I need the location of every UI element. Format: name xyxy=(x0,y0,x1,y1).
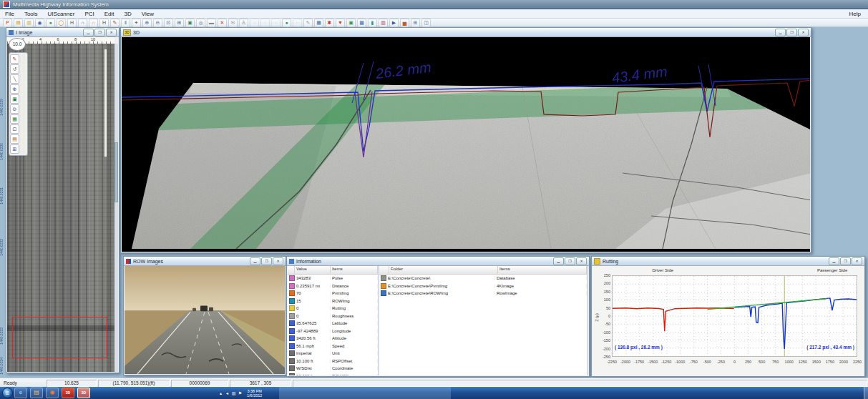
row-window-titlebar[interactable]: ROW Images ▁ ❐ ✕ xyxy=(124,257,286,266)
close-button[interactable]: ✕ xyxy=(798,29,809,36)
table-row[interactable]: 35.647625Latitude xyxy=(288,320,378,327)
table-row[interactable]: 3420.56 ftAltitude xyxy=(288,335,378,343)
scrollbar-thumb[interactable] xyxy=(114,142,118,203)
restore-button[interactable]: ❐ xyxy=(565,257,575,265)
window-tile-icon[interactable]: ⊞ xyxy=(411,19,420,27)
zoom-fit-icon[interactable]: ⊞ xyxy=(10,144,19,154)
app-titlebar[interactable]: Multimedia Highway Information System xyxy=(0,0,868,9)
table-row[interactable]: 10.100 ftRSPOffset xyxy=(288,358,378,365)
info-folders-table[interactable]: FolderItemsE:\Concrete\Concrete\Database… xyxy=(379,266,588,375)
menu-view[interactable]: View xyxy=(137,11,159,17)
close-button[interactable]: ✕ xyxy=(576,257,587,265)
rutting-plot[interactable]: ( 130.8 pxl , 26.2 mm ) ( 217.2 pxl , 43… xyxy=(612,275,857,357)
mail-icon[interactable]: ✉ xyxy=(228,19,238,27)
zoom-out-icon[interactable]: ⊖ xyxy=(153,19,162,27)
zoom-fit-icon[interactable]: ⊞ xyxy=(175,19,184,27)
table-row[interactable]: E:\Concrete\Concrete\ROWImgRowImage xyxy=(379,290,587,297)
minimize-button[interactable]: ▁ xyxy=(553,257,564,265)
tray-alert-icon[interactable]: ⚑ xyxy=(238,390,243,395)
show-desktop-button[interactable] xyxy=(864,387,868,399)
h-marker-icon[interactable]: H xyxy=(67,19,77,27)
close-button[interactable]: ✕ xyxy=(106,29,117,36)
disabled-tool-icon-2[interactable]: ▫ xyxy=(260,19,270,27)
image-view-icon[interactable]: ▣ xyxy=(185,19,195,27)
rutting-window-titlebar[interactable]: Rutting ▁ ❐ ✕ xyxy=(592,257,864,266)
rgb-columns-icon[interactable]: ▥ xyxy=(379,19,388,27)
table-row[interactable]: W/SDistCoordinate xyxy=(288,365,378,373)
table-row[interactable]: 0Rutting xyxy=(288,305,378,312)
arch-blue-icon[interactable]: ∩ xyxy=(78,19,87,27)
table-row[interactable]: ImperialUnit xyxy=(288,350,378,358)
image-select-icon[interactable]: ▣ xyxy=(10,94,19,104)
table-row[interactable]: 56.1 mphSpeed xyxy=(288,343,378,350)
menu-3d[interactable]: 3D xyxy=(120,11,137,17)
user-pin-icon[interactable]: ♙ xyxy=(239,19,248,27)
rotate-icon[interactable]: ↺ xyxy=(10,64,19,74)
menu-tools[interactable]: Tools xyxy=(19,11,43,17)
monitor-green-icon[interactable]: ▣ xyxy=(346,19,356,27)
threed-window-titlebar[interactable]: 3D 3D ▁ ❐ ✕ xyxy=(121,28,811,37)
arch-orange-icon[interactable]: ∩ xyxy=(89,19,98,27)
column-header-items[interactable]: Items xyxy=(498,266,587,274)
media-player-icon[interactable]: ◉ xyxy=(46,388,59,398)
explorer-folder-icon[interactable]: ▤ xyxy=(30,388,43,398)
minimize-button[interactable]: ▁ xyxy=(829,257,839,265)
asterisk-red-icon[interactable]: ✱ xyxy=(325,19,334,27)
image-window-titlebar[interactable]: I Image ▁ ❐ ✕ xyxy=(6,28,119,37)
disabled-tool-icon-4[interactable]: ▫ xyxy=(293,19,302,27)
close-button[interactable]: ✕ xyxy=(852,257,862,265)
menu-edit[interactable]: Edit xyxy=(99,11,120,17)
restore-button[interactable]: ❐ xyxy=(94,29,105,36)
globe-icon[interactable]: ◉ xyxy=(35,19,44,27)
save-folder-icon[interactable]: ▥ xyxy=(24,19,34,27)
table-row[interactable]: 15ROWImg xyxy=(288,297,378,305)
table-icon[interactable]: ▦ xyxy=(314,19,323,27)
mhis-app-button-1[interactable]: 3D xyxy=(62,388,74,398)
sphere-icon[interactable]: ◎ xyxy=(196,19,205,27)
chart-icon[interactable]: ▅ xyxy=(400,19,409,27)
pen-icon[interactable]: ✎ xyxy=(110,19,120,27)
zoom-window-icon[interactable]: ⊡ xyxy=(164,19,173,27)
threed-viewport[interactable]: 26.2 mm 43.4 mm xyxy=(122,37,810,252)
minimize-button[interactable]: ▁ xyxy=(83,29,94,36)
close-red-icon[interactable]: ✕ xyxy=(218,19,227,27)
pause-icon[interactable]: ‖ xyxy=(121,19,130,27)
vertical-scrollbar[interactable] xyxy=(114,44,118,372)
pen-gray-icon[interactable]: ✎ xyxy=(303,19,313,27)
disabled-tool-icon-1[interactable]: ▫ xyxy=(250,19,259,27)
table-row[interactable]: 0.235917 miDistance xyxy=(288,282,378,290)
green-ball-icon[interactable]: ● xyxy=(282,19,291,27)
zoom-in-icon[interactable]: ⊕ xyxy=(10,84,19,94)
internet-explorer-icon[interactable]: e xyxy=(14,388,27,398)
zoom-window-icon[interactable]: ⊡ xyxy=(10,124,19,134)
taskbar-clock[interactable]: 3:38 PM 1/6/2012 xyxy=(247,389,262,398)
window-split-icon[interactable]: ◫ xyxy=(421,19,431,27)
zoom-in-icon[interactable]: ⊕ xyxy=(142,19,152,27)
annotate-pencil-icon[interactable]: ✎ xyxy=(10,54,19,64)
row-photo[interactable] xyxy=(125,266,285,374)
tray-expand-icon[interactable]: ▴ xyxy=(218,390,223,395)
minimize-button[interactable]: ▁ xyxy=(250,257,260,265)
zoom-out-icon[interactable]: ⊖ xyxy=(10,104,19,114)
play-icon[interactable]: ▶ xyxy=(389,19,399,27)
drop-marker-icon[interactable]: ▼ xyxy=(336,19,345,27)
table-row[interactable]: 343283Pulse xyxy=(288,275,378,282)
restore-button[interactable]: ❐ xyxy=(786,29,797,36)
ring-icon[interactable]: ◯ xyxy=(57,19,66,27)
palette-icon[interactable]: ▤ xyxy=(10,134,19,144)
tray-network-icon[interactable]: ▥ xyxy=(231,390,236,395)
panel-icon[interactable]: ▬ xyxy=(207,19,216,27)
table-row[interactable]: -97.424889Longitude xyxy=(288,327,378,335)
teal-bar-icon[interactable]: ▮ xyxy=(368,19,377,27)
column-header-items[interactable]: Items xyxy=(331,266,378,274)
menu-pci[interactable]: PCI xyxy=(79,11,99,17)
menu-help[interactable]: Help xyxy=(842,11,868,17)
h-marker2-icon[interactable]: H xyxy=(99,19,109,27)
menu-file[interactable]: File xyxy=(0,11,19,17)
mhis-app-button-2[interactable]: 3D xyxy=(77,388,90,398)
restore-button[interactable]: ❐ xyxy=(261,257,272,265)
selection-rectangle[interactable] xyxy=(12,317,107,358)
measure-line-icon[interactable]: ╲ xyxy=(10,74,19,84)
info-values-table[interactable]: ValueItems343283Pulse0.235917 miDistance… xyxy=(288,266,379,375)
restore-button[interactable]: ❐ xyxy=(840,257,851,265)
